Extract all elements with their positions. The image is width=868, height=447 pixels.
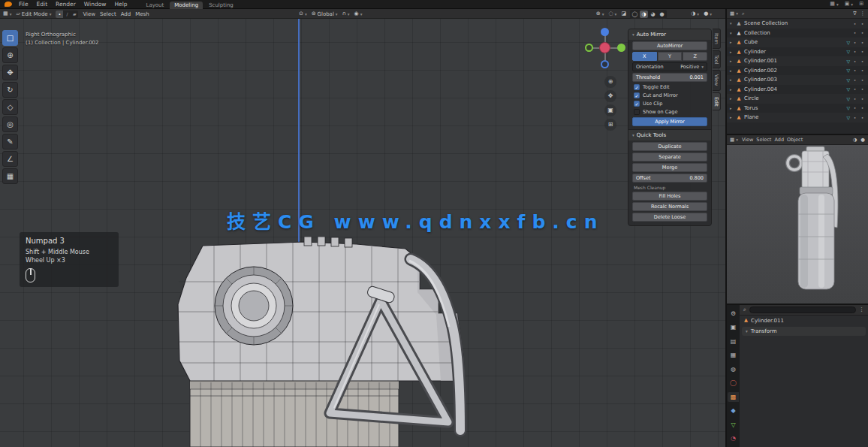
outliner-row[interactable]: ▸ ▲ Cylinder.001 ▽ • • <box>727 56 868 66</box>
hide-viewport-toggle[interactable]: • <box>852 21 857 26</box>
zoom[interactable]: ⊕ <box>604 76 616 88</box>
transform-panel-header[interactable]: ▾ Transform <box>742 327 866 336</box>
option-checkbox-row[interactable]: ✓ Show on Cage <box>634 109 706 115</box>
topbar-menu[interactable]: Window <box>83 1 108 8</box>
pan[interactable]: ✥ <box>604 90 616 102</box>
expand-icon[interactable]: ▾ <box>730 31 734 35</box>
topbar-menu[interactable]: Help <box>113 1 128 8</box>
hide-viewport-toggle[interactable]: • <box>852 40 857 45</box>
toggle-perspective[interactable]: ⊞ <box>604 119 616 131</box>
expand-icon[interactable]: ▸ <box>730 77 734 82</box>
expand-icon[interactable]: ▸ <box>730 106 734 110</box>
shading-mode-button[interactable]: ◯ <box>631 11 639 18</box>
workspace-tab[interactable]: Sculpting <box>204 2 238 9</box>
gizmo-y-handle[interactable] <box>617 44 625 52</box>
camera-view[interactable]: ▣ <box>604 104 616 116</box>
material[interactable]: ◔ <box>728 434 739 444</box>
expand-icon[interactable]: ▸ <box>730 50 734 54</box>
shading-solid-icon[interactable]: ◑ <box>853 137 857 143</box>
editor-type-button[interactable]: ▦ ▾ <box>730 137 738 143</box>
editor-type-button[interactable]: ▦ ▾ <box>3 11 11 17</box>
shading-options-dropdown[interactable]: ◑ ▾ <box>691 11 699 17</box>
hide-viewport-toggle[interactable]: • <box>852 59 857 64</box>
topbar-menu[interactable]: Edit <box>35 1 50 8</box>
outliner-row[interactable]: ▸ ▲ Cylinder.004 ▽ • • <box>727 85 868 95</box>
transform[interactable]: ◎ <box>2 116 18 132</box>
world[interactable]: ◯ <box>728 379 739 388</box>
checkbox[interactable]: ✓ <box>634 92 640 98</box>
cleanup-button[interactable]: Delete Loose <box>632 213 707 222</box>
quicktool-button[interactable]: Duplicate <box>632 142 707 151</box>
outliner-row[interactable]: ▾ ▲ Collection ▽ • • <box>727 29 868 38</box>
offset-slider[interactable]: Offset 0.800 <box>632 174 707 183</box>
expand-icon[interactable]: ▸ <box>730 40 734 44</box>
sidebar-tab[interactable]: Item <box>713 29 721 49</box>
scene-selector[interactable]: ▦ ▾ <box>830 2 838 7</box>
outliner-row[interactable]: ▸ ▲ Cube ▽ • • <box>727 38 868 47</box>
expand-icon[interactable]: ▾ <box>730 21 734 26</box>
navigation-gizmo[interactable] <box>585 28 625 68</box>
gizmo-z-handle[interactable] <box>601 28 609 36</box>
viewport-menu[interactable]: Mesh <box>135 11 149 17</box>
hide-viewport-toggle[interactable]: • <box>852 68 857 73</box>
grenade-model-wireframe[interactable] <box>169 237 484 447</box>
outliner-row[interactable]: ▸ ▲ Circle ▽ • • <box>727 94 868 104</box>
view-layer[interactable]: ▦ <box>728 351 739 361</box>
rotate[interactable]: ↻ <box>2 82 18 98</box>
apply-mirror-toggle[interactable]: Apply Mirror <box>632 117 707 126</box>
scale[interactable]: ◇ <box>2 99 18 115</box>
checkbox[interactable]: ✓ <box>634 101 640 107</box>
viewport-menu[interactable]: View <box>83 11 95 17</box>
tool[interactable]: ⚙ <box>728 309 739 319</box>
add-cube[interactable]: ▦ <box>2 168 18 184</box>
edge-select-button[interactable]: ∕ <box>63 11 71 18</box>
gizmo-negy-handle[interactable] <box>585 44 593 52</box>
shading-render-icon[interactable]: ● <box>860 137 865 143</box>
render-pass-dropdown[interactable]: ● ▾ <box>704 11 712 17</box>
sidebar-tab[interactable]: View <box>713 70 721 90</box>
viewport-canvas[interactable]: 技艺CG www.qdnxxfb.cn □ ⊕ ✥ ↻ ◇ ◎ ✎ ∠ ▦ <box>0 19 725 447</box>
disable-render-toggle[interactable]: • <box>860 96 865 101</box>
select-box[interactable]: □ <box>2 30 18 46</box>
checkbox[interactable]: ✓ <box>634 109 640 115</box>
measure[interactable]: ∠ <box>2 151 18 167</box>
xray-toggle[interactable]: ◪ <box>621 11 626 17</box>
hide-viewport-toggle[interactable]: • <box>852 77 857 83</box>
properties-breadcrumb[interactable]: ▲ Cylinder.011 <box>740 316 868 325</box>
hide-viewport-toggle[interactable]: • <box>852 96 857 101</box>
cleanup-button[interactable]: Fill Holes <box>632 192 707 201</box>
extras-menu[interactable]: ⊞ <box>859 2 863 7</box>
expand-icon[interactable]: ▸ <box>730 68 734 73</box>
search-icon[interactable]: ⌕ <box>742 11 745 17</box>
editor-type-button[interactable]: ▦ ▾ <box>730 11 738 17</box>
automirror-panel-header[interactable]: ▾ Auto Mirror <box>628 29 711 40</box>
disable-render-toggle[interactable]: • <box>860 115 865 120</box>
pivot-point-dropdown[interactable]: ⊙ ▾ <box>299 11 307 17</box>
shading-mode-button[interactable]: ◕ <box>649 11 657 18</box>
preview-menu[interactable]: View <box>742 137 753 143</box>
overflow-menu-icon[interactable]: ⋮ <box>859 307 864 313</box>
object-data[interactable]: ▽ <box>728 420 739 430</box>
disable-render-toggle[interactable]: • <box>860 77 865 83</box>
outliner-row[interactable]: ▸ ▲ Cylinder.003 ▽ • • <box>727 75 868 85</box>
scene[interactable]: ◍ <box>728 364 739 374</box>
preview-menu[interactable]: Add <box>774 137 784 143</box>
option-checkbox-row[interactable]: ✓ Use Clip <box>634 101 706 107</box>
orientation-select[interactable]: Orientation Positive ▾ <box>632 62 707 71</box>
expand-icon[interactable]: ▸ <box>730 96 734 101</box>
viewlayer-selector[interactable]: ▣ ▾ <box>845 2 853 7</box>
output[interactable]: ▤ <box>728 337 739 346</box>
preview-menu[interactable]: Object <box>787 137 803 143</box>
hide-viewport-toggle[interactable]: • <box>852 105 857 110</box>
hide-viewport-toggle[interactable]: • <box>852 30 857 35</box>
face-select-button[interactable]: ▰ <box>71 11 78 18</box>
quicktool-button[interactable]: Separate <box>632 153 707 162</box>
option-checkbox-row[interactable]: ✓ Toggle Edit <box>634 84 706 90</box>
gizmo-x-handle[interactable] <box>599 42 610 53</box>
threshold-slider[interactable]: Threshold 0.001 <box>632 73 707 82</box>
quicktools-panel-header[interactable]: ▾ Quick Tools <box>628 129 711 140</box>
object[interactable]: ▩ <box>728 392 739 402</box>
move[interactable]: ✥ <box>2 65 18 80</box>
cleanup-button[interactable]: Recalc Normals <box>632 202 707 211</box>
overflow-menu-icon[interactable]: ⋮ <box>860 11 866 17</box>
